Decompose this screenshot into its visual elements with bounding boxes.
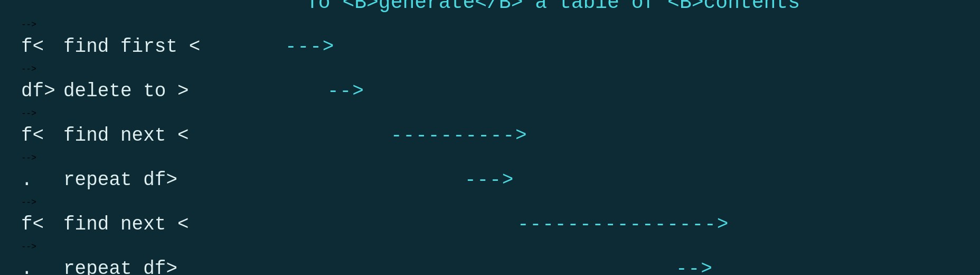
table-row: f< find next < ---------->: [21, 121, 959, 151]
header-text: To <B>generate</B> a table of <B>content…: [21, 0, 959, 14]
command-desc: delete to >: [63, 80, 285, 102]
command-desc: repeat df>: [63, 258, 285, 275]
main-content: To <B>generate</B> a table of <B>content…: [21, 0, 959, 275]
arrow-indicator: ---------------->: [517, 214, 729, 235]
command-key: .: [21, 169, 63, 191]
table-row: . repeat df> --->: [21, 165, 959, 196]
arrow-indicator: -->: [327, 80, 365, 102]
command-key: f<: [21, 214, 63, 235]
command-desc: repeat df>: [63, 169, 285, 191]
arrow-indicator: -->: [676, 258, 713, 275]
arrow-indicator: --->: [285, 36, 335, 58]
command-desc: find first <: [63, 36, 285, 58]
command-key: .: [21, 258, 63, 275]
command-key: df>: [21, 80, 63, 102]
table-row: . repeat df> -->: [21, 254, 959, 276]
table-row: df> delete to > -->: [21, 76, 959, 107]
arrow-indicator: --->: [465, 169, 514, 191]
table-row: f< find first < --->: [21, 32, 959, 62]
command-desc: find next <: [63, 214, 285, 235]
command-key: f<: [21, 36, 63, 58]
command-table: --> f< find first < ---> --> df> delete …: [21, 20, 959, 276]
command-desc: find next <: [63, 125, 285, 146]
table-row: f< find next < ---------------->: [21, 209, 959, 240]
command-key: f<: [21, 125, 63, 146]
arrow-indicator: ---------->: [391, 125, 528, 146]
